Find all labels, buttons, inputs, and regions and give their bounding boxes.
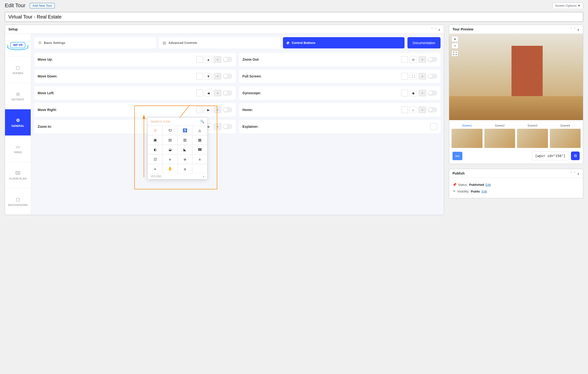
visibility-label: Visibility: — [457, 190, 469, 193]
sidebar-item-scenes[interactable]: ▢ SCENES — [5, 57, 31, 83]
scene-thumb-4[interactable]: Scene4 — [550, 123, 581, 148]
fullscreen-icon[interactable]: ⛶ — [409, 73, 417, 80]
icon-search-input[interactable] — [151, 120, 200, 123]
panel-up-icon[interactable]: ˄ — [570, 27, 572, 31]
documentation-button[interactable]: Documentation — [408, 37, 441, 48]
icon-option[interactable]: ☋ — [163, 126, 178, 135]
minus-circle-icon[interactable]: ⊖ — [409, 56, 417, 63]
color-box[interactable] — [196, 56, 203, 63]
dropdown-button[interactable]: ▾ — [214, 123, 221, 130]
record-icon[interactable]: ◉ — [409, 90, 417, 96]
sidebar-item-general[interactable]: ⚙ GENERAL — [5, 109, 31, 136]
icon-option[interactable]: ✋ — [163, 164, 178, 174]
dropdown-button[interactable]: ▾ — [214, 56, 221, 63]
tour-title-input[interactable] — [5, 12, 583, 22]
dropdown-button[interactable]: ▾ — [214, 90, 221, 96]
toggle-switch[interactable] — [428, 73, 437, 79]
panel-collapse-icon[interactable]: ▴ — [577, 171, 580, 175]
icon-option[interactable]: ◐ — [148, 145, 163, 154]
panel-up-icon[interactable]: ˄ — [431, 27, 433, 31]
panel-collapse-icon[interactable]: ▴ — [438, 27, 441, 31]
toggle-switch[interactable] — [223, 73, 232, 79]
icon-option[interactable]: ≡ — [192, 154, 207, 164]
color-box[interactable] — [401, 106, 408, 113]
toggle-switch[interactable] — [428, 107, 437, 113]
icon-option[interactable]: a — [178, 164, 192, 174]
map-icon: ⌧ — [15, 170, 20, 176]
toggle-switch[interactable] — [223, 90, 232, 96]
edit-visibility-link[interactable]: Edit — [482, 190, 487, 193]
icon-option[interactable]: ◬ — [192, 126, 207, 135]
color-box[interactable] — [401, 90, 408, 96]
dropdown-button[interactable]: ▾ — [419, 106, 426, 113]
panel-down-icon[interactable]: ˅ — [573, 171, 576, 175]
scene-thumbnail-image — [452, 129, 483, 148]
icon-option[interactable]: ▦ — [192, 135, 207, 145]
icon-option[interactable]: ⊡ — [148, 154, 163, 164]
icon-picker-next[interactable]: ▸ — [203, 175, 204, 178]
color-box[interactable] — [430, 123, 437, 130]
icon-option[interactable]: ≡ — [148, 164, 163, 174]
toggle-switch[interactable] — [223, 57, 232, 62]
dropdown-button[interactable]: ▾ — [419, 73, 426, 80]
panorama-preview[interactable]: + − ⛶ — [449, 34, 583, 120]
chevron-down-icon[interactable]: ▼ — [205, 73, 212, 80]
preview-button[interactable]: ew — [452, 152, 462, 160]
color-box[interactable] — [196, 90, 203, 96]
icon-option[interactable]: ▥ — [178, 135, 192, 145]
toggle-switch[interactable] — [428, 57, 437, 62]
fullscreen-button[interactable]: ⛶ — [452, 51, 458, 56]
status-label: Status: — [458, 183, 468, 187]
icon-option[interactable]: ♿ — [178, 126, 192, 135]
color-box[interactable] — [401, 73, 408, 80]
sidebar-item-floor-plan[interactable]: ⌧ FLOOR PLAN — [5, 162, 31, 188]
sidebar-item-background[interactable]: ▢ BACKGROUND — [5, 188, 31, 215]
zoom-out-button[interactable]: − — [452, 43, 458, 49]
toggle-switch[interactable] — [223, 107, 232, 113]
color-box[interactable] — [196, 73, 203, 80]
tab-basic-settings[interactable]: ⚙ Basic Settings — [34, 37, 156, 48]
scene-thumb-2[interactable]: Scene2 — [484, 123, 515, 148]
control-label: Move Right: — [38, 108, 57, 112]
panel-collapse-icon[interactable]: ▴ — [577, 27, 580, 31]
tab-advanced-controls[interactable]: ▤ Advanced Controls — [159, 37, 280, 48]
icon-option[interactable]: ◒ — [163, 145, 178, 154]
tour-preview-panel: Tour Preview ˄ ˅ ▴ + − ⛶ — [449, 25, 583, 164]
color-box[interactable] — [196, 106, 203, 113]
dropdown-button[interactable]: ▾ — [214, 73, 221, 80]
panel-up-icon[interactable]: ˄ — [570, 171, 572, 175]
chevron-up-icon[interactable]: ▲ — [205, 56, 212, 63]
control-gyroscope: Gyroscope: ◉ ▾ — [239, 86, 441, 100]
edit-status-link[interactable]: Edit — [486, 183, 491, 187]
chevron-right-icon[interactable]: ▶ — [205, 106, 212, 113]
scene-thumb-1[interactable]: Scene1 — [452, 123, 483, 148]
chevron-left-icon[interactable]: ◀ — [205, 90, 212, 96]
icon-option[interactable]: ◣ — [178, 145, 192, 154]
icon-option[interactable]: ⊘ — [148, 126, 163, 135]
zoom-in-button[interactable]: + — [452, 36, 458, 42]
control-label: Explainer: — [242, 125, 259, 128]
dropdown-button[interactable]: ▾ — [214, 106, 221, 113]
icon-option[interactable] — [192, 164, 207, 174]
color-box[interactable] — [401, 56, 408, 63]
scene-thumb-3[interactable]: Scene3 — [517, 123, 548, 148]
home-icon[interactable]: ⌂ — [409, 106, 417, 113]
icon-option[interactable]: ▣ — [148, 135, 163, 145]
icon-grid: ⊘ ☋ ♿ ◬ ▣ ▤ ▥ ▦ ◐ ◒ ◣ ☎ ⊡ ≡ ≣ ≡ ≡ ✋ a — [148, 126, 207, 174]
copy-shortcode-button[interactable]: ⧉ — [571, 152, 580, 160]
sidebar-item-video[interactable]: ▭ VIDEO — [5, 136, 31, 162]
toggle-switch[interactable] — [428, 90, 437, 96]
icon-option[interactable]: ≣ — [178, 154, 192, 164]
dropdown-button[interactable]: ▾ — [419, 90, 426, 96]
sidebar-item-hotspot[interactable]: ◎ HOTSPOT — [5, 83, 31, 109]
panel-down-icon[interactable]: ˅ — [434, 27, 437, 31]
toggle-switch[interactable] — [223, 124, 232, 129]
dropdown-button[interactable]: ▾ — [419, 56, 426, 63]
icon-option[interactable]: ☎ — [192, 145, 207, 154]
icon-option[interactable]: ≡ — [163, 154, 178, 164]
tab-control-buttons[interactable]: ⎚ Control Buttons — [283, 37, 405, 48]
add-new-tour-button[interactable]: Add New Tour — [30, 3, 54, 8]
panel-down-icon[interactable]: ˅ — [573, 27, 576, 31]
icon-option[interactable]: ▤ — [163, 135, 178, 145]
screen-options-button[interactable]: Screen Options ▼ — [553, 3, 583, 8]
